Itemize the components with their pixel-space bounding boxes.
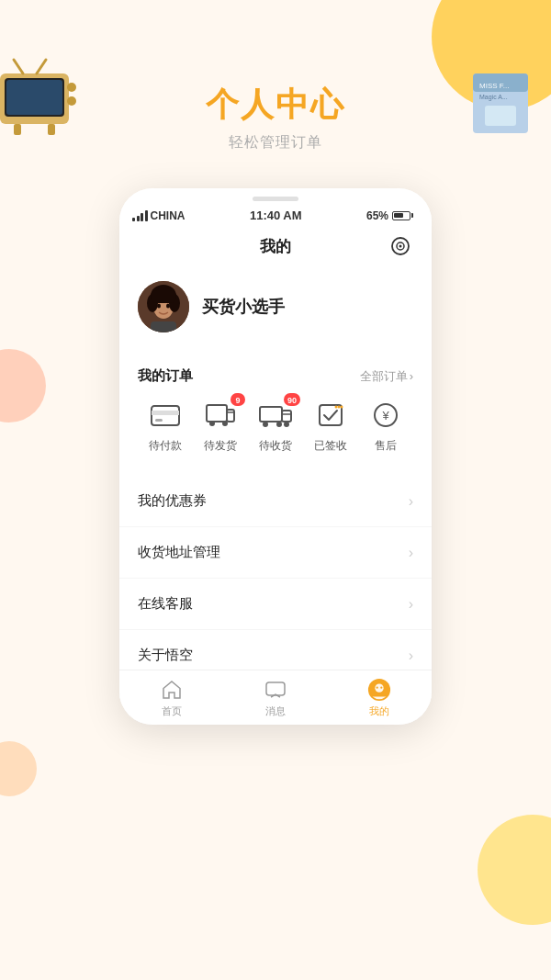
username: 买货小选手 [202, 296, 285, 318]
battery-icon [392, 211, 413, 220]
svg-rect-29 [207, 405, 227, 422]
svg-point-38 [276, 422, 282, 427]
aftersale-icon: ¥ [369, 399, 402, 432]
signed-icon [314, 399, 347, 432]
me-icon [367, 678, 391, 702]
carrier-label: CHINA [151, 209, 186, 222]
order-item-payment[interactable]: 待付款 [138, 398, 193, 454]
svg-rect-46 [266, 682, 285, 695]
tab-home-label: 首页 [162, 704, 182, 718]
home-icon [160, 678, 184, 702]
tab-home[interactable]: 首页 [119, 678, 223, 718]
order-label-signed: 已签收 [314, 438, 347, 454]
order-icon-ship-wrap: 9 [203, 398, 238, 433]
avatar [138, 281, 189, 332]
battery-percent: 65% [366, 209, 388, 222]
all-orders-link[interactable]: 全部订单 › [360, 368, 413, 385]
deco-circle-peach [0, 741, 37, 796]
signal-icon [132, 210, 148, 221]
order-item-ship-pending[interactable]: 9 待发货 [193, 398, 248, 454]
menu-item-coupon[interactable]: 我的优惠券 › [119, 476, 432, 527]
order-item-signed[interactable]: 已签收 [303, 398, 358, 454]
menu-item-service[interactable]: 在线客服 › [119, 579, 432, 630]
svg-rect-26 [152, 406, 179, 425]
menu-item-address[interactable]: 收货地址管理 › [119, 527, 432, 579]
order-item-aftersale[interactable]: ¥ 售后 [358, 398, 413, 454]
svg-point-23 [157, 304, 161, 309]
phone-speaker [253, 197, 298, 201]
svg-point-33 [222, 421, 228, 426]
svg-point-39 [284, 422, 289, 427]
svg-point-32 [209, 421, 215, 426]
menu-arrow-coupon: › [409, 493, 413, 510]
svg-rect-30 [227, 410, 234, 422]
profile-area: 买货小选手 [119, 266, 432, 347]
order-icon-signed-wrap [313, 398, 348, 433]
tab-me-label: 我的 [369, 704, 389, 718]
order-icons: 待付款 9 待发货 [138, 398, 413, 454]
order-icon-delivery-wrap: 90 [258, 398, 293, 433]
menu-arrow-address: › [409, 545, 413, 561]
order-badge-ship: 9 [231, 393, 245, 406]
phone-top-bar [119, 188, 432, 205]
tab-message[interactable]: 消息 [223, 678, 327, 718]
svg-rect-25 [151, 321, 176, 332]
order-label-payment: 待付款 [149, 438, 182, 454]
payment-icon [149, 399, 182, 432]
message-icon [264, 678, 287, 702]
phone-mockup: CHINA 11:40 AM 65% 我的 [119, 188, 432, 725]
svg-point-41 [335, 406, 338, 409]
menu-label-coupon: 我的优惠券 [138, 492, 207, 510]
order-icon-payment-wrap [148, 398, 183, 433]
svg-rect-34 [260, 407, 282, 422]
svg-point-16 [399, 245, 402, 248]
svg-point-49 [377, 686, 378, 688]
menu-label-about: 关于悟空 [138, 647, 193, 664]
order-section-title: 我的订单 [138, 367, 193, 385]
menu-label-address: 收货地址管理 [138, 544, 220, 561]
svg-rect-35 [282, 411, 291, 422]
svg-point-24 [166, 304, 170, 309]
svg-point-42 [338, 406, 341, 409]
tab-me[interactable]: 我的 [328, 678, 432, 718]
svg-text:¥: ¥ [381, 409, 389, 422]
order-item-delivery[interactable]: 90 待收货 [248, 398, 303, 454]
deco-circle-bottom-right [478, 815, 551, 925]
status-left: CHINA [132, 209, 186, 222]
menu-arrow-about: › [409, 648, 413, 664]
deco-circle-salmon [0, 349, 46, 422]
order-label-aftersale: 售后 [375, 438, 397, 454]
svg-rect-27 [152, 411, 179, 415]
status-right: 65% [366, 209, 413, 222]
order-section: 我的订单 全部订单 › 待付款 [119, 355, 432, 468]
page-title-area: 个人中心 轻松管理订单 [0, 0, 551, 152]
order-label-delivery: 待收货 [259, 438, 292, 454]
svg-rect-22 [151, 290, 176, 303]
menu-list: 我的优惠券 › 收货地址管理 › 在线客服 › 关于悟空 › [119, 476, 432, 681]
status-time: 11:40 AM [250, 208, 302, 222]
page-subtitle: 轻松管理订单 [0, 133, 551, 152]
scan-button[interactable] [388, 233, 413, 259]
tab-message-label: 消息 [265, 704, 286, 718]
order-icon-aftersale-wrap: ¥ [368, 398, 403, 433]
page-title: 个人中心 [0, 83, 551, 128]
order-header: 我的订单 全部订单 › [138, 367, 413, 385]
avatar-image [138, 281, 189, 332]
nav-title: 我的 [163, 236, 388, 257]
menu-label-service: 在线客服 [138, 595, 193, 613]
svg-rect-28 [155, 419, 163, 422]
order-badge-delivery: 90 [284, 393, 300, 406]
bottom-tab-bar: 首页 消息 [119, 670, 432, 725]
svg-point-50 [381, 686, 383, 688]
svg-point-43 [341, 406, 343, 409]
svg-point-37 [263, 422, 268, 427]
status-bar: CHINA 11:40 AM 65% [119, 205, 432, 226]
nav-bar: 我的 [119, 226, 432, 266]
order-label-ship: 待发货 [204, 438, 237, 454]
menu-arrow-service: › [409, 596, 413, 613]
